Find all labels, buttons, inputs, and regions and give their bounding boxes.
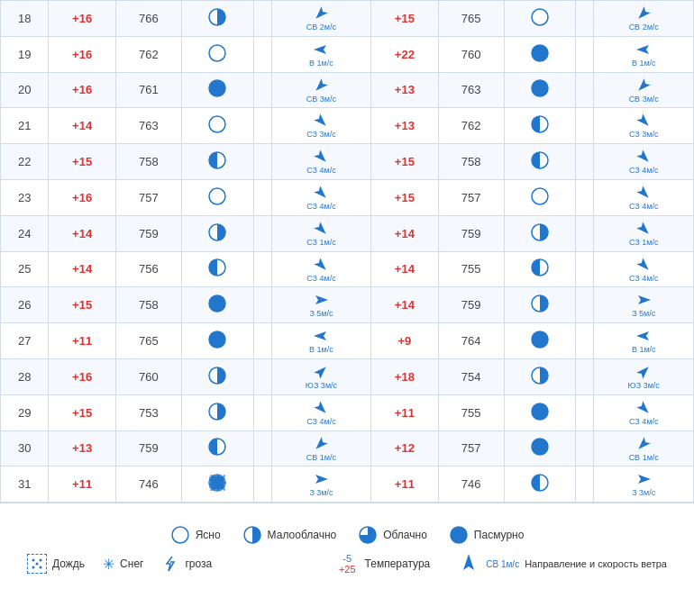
svg-point-38 (532, 331, 548, 348)
svg-marker-1 (313, 6, 328, 22)
temp2-cell: +15 (371, 179, 438, 215)
day-cell: 23 (1, 179, 49, 215)
empty2-cell (576, 358, 594, 394)
wind2-cell: СЗ 4м/с (594, 394, 694, 430)
day-cell: 30 (1, 430, 49, 467)
svg-marker-54 (315, 475, 328, 484)
day-cell: 18 (1, 1, 49, 37)
moon2-cell (504, 251, 576, 287)
temp-neg-value: -5 (342, 553, 352, 564)
press1-cell: 763 (115, 108, 181, 144)
press2-cell: 759 (438, 287, 504, 323)
moon2-cell (504, 394, 576, 430)
legend-pashmurno-label: Пасмурно (474, 529, 525, 541)
empty1-cell (253, 358, 271, 394)
press2-cell: 762 (438, 108, 504, 144)
empty2-cell (576, 394, 594, 430)
half-circle-icon (358, 525, 378, 545)
wind2-cell: СЗ 4м/с (594, 251, 694, 287)
empty2-cell (576, 287, 594, 323)
press1-cell: 759 (115, 430, 181, 467)
legend-sneg: ✳ Снег (103, 556, 143, 573)
empty2-cell (576, 251, 594, 287)
temp1-cell: +16 (49, 72, 115, 108)
day-cell: 20 (1, 72, 49, 108)
empty2-cell (576, 144, 594, 180)
temp-pos-value: +25 (339, 564, 356, 575)
table-row: 20 +16 761 СВ 3м/с +13 763 СВ 3м/с (1, 72, 694, 108)
svg-point-6 (532, 45, 548, 61)
day-cell: 26 (1, 287, 49, 323)
press2-cell: 755 (438, 251, 504, 287)
press1-cell: 761 (115, 72, 181, 108)
legend-dozhd-label: Дождь (52, 557, 85, 570)
svg-marker-3 (635, 6, 651, 22)
empty1-cell (253, 36, 271, 72)
legend-left-group: Дождь ✳ Снег гроза (27, 554, 212, 574)
legend-groza: гроза (161, 555, 212, 573)
moon2-cell (504, 144, 576, 180)
empty1-cell (253, 287, 271, 323)
svg-point-62 (40, 559, 42, 562)
wind-direction-icon (457, 552, 480, 575)
moon2-cell (504, 323, 576, 359)
svg-marker-31 (636, 258, 652, 273)
empty1-cell (253, 467, 271, 503)
wind2-cell: В 1м/с (594, 323, 694, 359)
press2-cell: 754 (438, 358, 504, 394)
svg-point-46 (532, 403, 548, 420)
svg-point-63 (32, 566, 35, 569)
svg-point-22 (532, 188, 548, 204)
temp1-cell: +14 (49, 108, 115, 144)
day-cell: 24 (1, 215, 49, 251)
moon1-cell (182, 144, 254, 180)
table-row: 26 +15 758 З 5м/с +14 759 З 5м/с (1, 287, 694, 323)
svg-marker-15 (636, 114, 652, 130)
moon1-cell (182, 251, 254, 287)
press1-cell: 756 (115, 251, 181, 287)
day-cell: 28 (1, 358, 49, 394)
temp2-cell: +13 (371, 72, 438, 108)
wind2-cell: СВ 1м/с (594, 430, 694, 467)
press1-cell: 760 (115, 358, 181, 394)
quarter-circle-icon (242, 525, 262, 545)
temp2-cell: +9 (371, 323, 438, 359)
press2-cell: 764 (438, 323, 504, 359)
svg-marker-29 (315, 258, 330, 273)
wind2-cell: СЗ 4м/с (594, 144, 694, 180)
press2-cell: 765 (438, 1, 504, 37)
day-cell: 29 (1, 394, 49, 430)
temp2-cell: +11 (371, 394, 438, 430)
empty1-cell (253, 144, 271, 180)
press1-cell: 757 (115, 179, 181, 215)
svg-marker-13 (315, 114, 330, 130)
moon1-cell (182, 467, 254, 503)
moon1-cell (182, 358, 254, 394)
day-cell: 31 (1, 467, 49, 503)
temp1-cell: +11 (49, 323, 115, 359)
temp2-cell: +18 (371, 358, 438, 394)
moon2-cell (504, 358, 576, 394)
table-row: 19 +16 762 В 1м/с +22 760 В 1м/с (1, 36, 694, 72)
empty2-cell (576, 323, 594, 359)
moon2-cell (504, 108, 576, 144)
legend-maloobl-label: Малооблачно (268, 529, 337, 541)
svg-marker-37 (314, 331, 326, 340)
svg-marker-51 (635, 437, 651, 452)
svg-marker-41 (315, 364, 330, 379)
empty1-cell (253, 179, 271, 215)
empty2-cell (576, 72, 594, 108)
svg-point-2 (532, 9, 548, 25)
dashed-box-icon (27, 554, 47, 574)
moon2-cell (504, 36, 576, 72)
empty1-cell (253, 72, 271, 108)
press2-cell: 746 (438, 467, 504, 503)
press1-cell: 746 (115, 467, 181, 503)
moon2-cell (504, 72, 576, 108)
svg-point-20 (209, 188, 225, 204)
temp1-cell: +15 (49, 287, 115, 323)
table-row: 30 +13 759 СВ 1м/с +12 757 СВ 1м/с (1, 430, 694, 467)
day-cell: 27 (1, 323, 49, 359)
temp2-cell: +12 (371, 430, 438, 467)
press1-cell: 762 (115, 36, 181, 72)
